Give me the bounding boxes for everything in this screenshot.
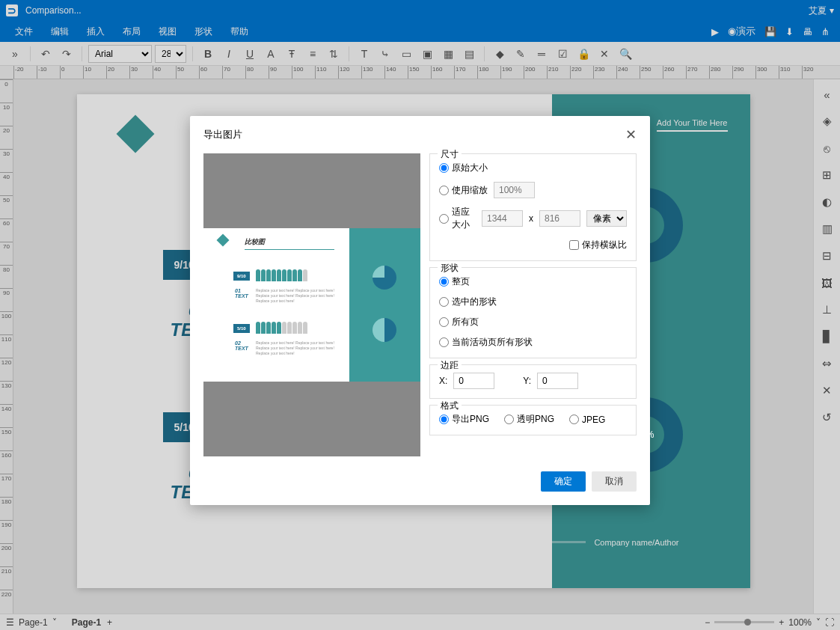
size-original-radio[interactable]: 原始大小 bbox=[439, 162, 488, 174]
dialog-overlay: 导出图片 ✕ 比较图 9/10 01TEXT Replace your text… bbox=[0, 0, 840, 630]
dialog-title: 导出图片 bbox=[203, 128, 625, 141]
scale-input bbox=[494, 182, 535, 198]
close-icon[interactable]: ✕ bbox=[625, 126, 637, 143]
shape-full-radio[interactable]: 整页 bbox=[439, 275, 470, 288]
cancel-button[interactable]: 取消 bbox=[592, 471, 637, 492]
ok-button[interactable]: 确定 bbox=[541, 471, 586, 492]
unit-select[interactable]: 像素 bbox=[586, 210, 627, 227]
preview-pane: 比较图 9/10 01TEXT Replace your text here! … bbox=[203, 153, 420, 456]
margin-x-input[interactable] bbox=[453, 373, 494, 389]
height-input bbox=[539, 210, 580, 227]
shape-fieldset: 形状 整页 选中的形状 所有页 当前活动页所有形状 bbox=[429, 267, 637, 358]
shape-selected-radio[interactable]: 选中的形状 bbox=[439, 296, 497, 308]
width-input bbox=[482, 210, 523, 227]
margin-y-input[interactable] bbox=[537, 373, 578, 389]
format-png-radio[interactable]: 导出PNG bbox=[439, 413, 489, 426]
format-fieldset: 格式 导出PNG 透明PNG JPEG bbox=[429, 405, 637, 435]
format-transparent-radio[interactable]: 透明PNG bbox=[504, 413, 554, 426]
size-fit-radio[interactable]: 适应大小 bbox=[439, 206, 476, 231]
shape-all-radio[interactable]: 所有页 bbox=[439, 316, 479, 328]
aspect-checkbox[interactable]: 保持横纵比 bbox=[569, 239, 627, 251]
margin-fieldset: 边距 X: Y: bbox=[429, 364, 637, 399]
format-jpeg-radio[interactable]: JPEG bbox=[569, 415, 605, 425]
size-scale-radio[interactable]: 使用缩放 bbox=[439, 184, 488, 197]
size-fieldset: 尺寸 原始大小 使用缩放 适应大小 x 像素 保持横纵比 bbox=[429, 153, 637, 261]
export-dialog: 导出图片 ✕ 比较图 9/10 01TEXT Replace your text… bbox=[190, 116, 650, 505]
shape-active-radio[interactable]: 当前活动页所有形状 bbox=[439, 336, 533, 349]
